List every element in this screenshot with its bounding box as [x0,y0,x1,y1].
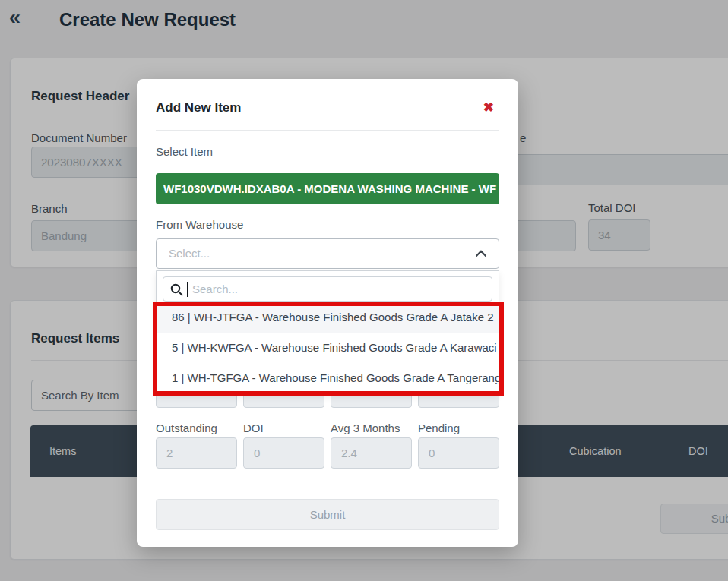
modal-divider [156,130,499,131]
modal-title: Add New Item [156,100,241,115]
pending-input: 0 [418,437,499,469]
select-item-label: Select Item [156,145,213,158]
doi-label: DOI [243,422,264,434]
from-warehouse-label: From Warehouse [156,218,243,231]
screen: « Create New Request Request Header Docu… [0,0,728,581]
close-icon[interactable]: ✖ [483,100,494,115]
warehouse-option-tangerang[interactable]: 1 | WH-TGFGA - Warehouse Finished Goods … [157,363,499,393]
search-icon [170,283,183,296]
text-caret [187,282,188,297]
selected-item-button[interactable]: WF1030VDWH.IDXAB0A - MODENA WASHING MACH… [156,173,499,204]
warehouse-option-jatake[interactable]: 86 | WH-JTFGA - Warehouse Finished Goods… [157,302,499,333]
pending-label: Pending [418,422,460,434]
warehouse-dropdown-panel: Search... 86 | WH-JTFGA - Warehouse Fini… [156,270,499,394]
doi-input: 0 [243,437,324,469]
warehouse-search-input[interactable]: Search... [163,276,492,302]
chevron-up-icon [476,250,486,257]
from-warehouse-select[interactable]: Select... [156,238,499,269]
avg-3-months-label: Avg 3 Months [331,422,400,434]
warehouse-option-karawaci[interactable]: 5 | WH-KWFGA - Warehouse Finished Goods … [157,333,499,363]
outstanding-label: Outstanding [156,422,217,434]
avg-3-months-input: 2.4 [331,437,412,469]
select-placeholder: Select... [169,247,210,260]
modal-submit-button[interactable]: Submit [156,499,499,530]
search-placeholder: Search... [192,283,238,295]
outstanding-input: 2 [156,437,237,469]
add-new-item-modal: Add New Item ✖ Select Item WF1030VDWH.ID… [137,79,518,547]
